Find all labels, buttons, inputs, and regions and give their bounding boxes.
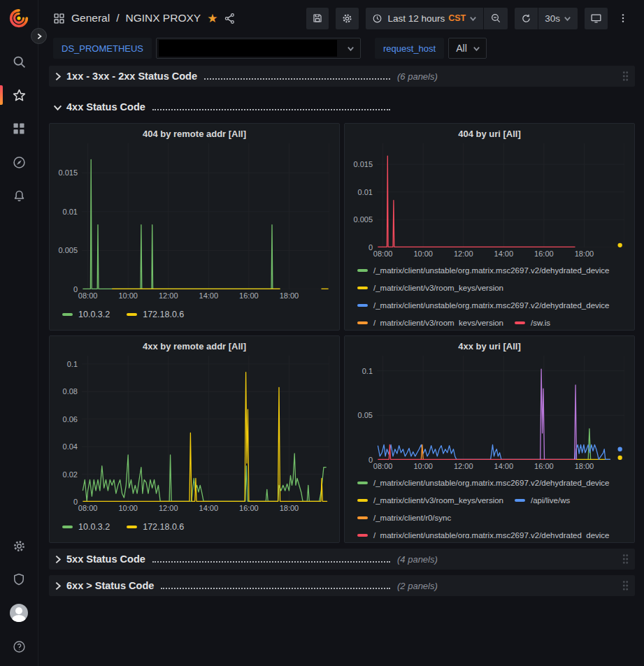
legend-item[interactable]: /sw.js [515, 314, 550, 326]
series-line[interactable] [378, 156, 575, 247]
row-panel-count: (4 panels) [397, 554, 438, 565]
legend-item[interactable]: 172.18.0.6 [127, 522, 184, 532]
x-axis-labels: 08:0010:0012:0014:0016:0018:00 [82, 502, 329, 516]
request-host-variable-select[interactable]: All [448, 38, 487, 59]
help-icon[interactable] [0, 630, 38, 663]
chevron-down-icon [564, 15, 571, 22]
user-avatar[interactable] [0, 596, 38, 630]
panel-legend: 10.0.3.2172.18.0.6 [62, 303, 331, 326]
panel: 4xx by remote addr [All]00.020.040.060.0… [49, 335, 340, 543]
x-tick-label: 16:00 [235, 291, 263, 300]
chevron-right-icon [53, 581, 62, 591]
legend-series-name: 172.18.0.6 [143, 310, 184, 319]
legend-item[interactable]: /_matrix/client/v3/room_keys/version [357, 491, 503, 509]
breadcrumb-folder[interactable]: General [71, 12, 110, 24]
row-dotted-leader [161, 588, 390, 589]
time-range-label: Last 12 hours [387, 13, 445, 24]
legend-item[interactable]: /api/live/ws [515, 491, 570, 509]
series-line[interactable] [83, 454, 326, 501]
refresh-button[interactable] [515, 8, 538, 29]
favorite-star-icon[interactable]: ★ [207, 13, 217, 24]
y-axis-labels: 00.0050.010.015 [350, 143, 377, 247]
search-icon[interactable] [0, 45, 38, 78]
explore-compass-icon[interactable] [0, 145, 38, 179]
series-line[interactable] [588, 428, 590, 459]
legend-item[interactable]: /_matrix/client/r0/sync [357, 509, 451, 526]
panel-legend: 10.0.3.2172.18.0.6 [62, 516, 331, 538]
dashboard-settings-button[interactable] [336, 8, 359, 29]
panels-grid: 404 by remote addr [All]00.0050.010.0150… [49, 123, 635, 543]
legend-series-name: 10.0.3.2 [78, 310, 110, 319]
series-point-dot[interactable] [617, 447, 622, 451]
zoom-out-button[interactable] [484, 8, 508, 29]
x-tick-label: 12:00 [450, 462, 478, 470]
x-tick-label: 14:00 [194, 504, 222, 512]
apps-grid-icon [53, 13, 65, 24]
legend-item[interactable]: /_matrix/client/unstable/org.matrix.msc2… [357, 526, 610, 538]
legend-series-swatch [515, 321, 525, 324]
x-tick-label: 12:00 [155, 291, 183, 300]
legend-item[interactable]: 172.18.0.6 [127, 310, 184, 319]
time-range-picker[interactable]: Last 12 hours CST [366, 8, 483, 29]
x-tick-label: 10:00 [409, 462, 437, 470]
series-line[interactable] [575, 385, 577, 459]
breadcrumb-divider: / [116, 12, 119, 24]
chart-svg [377, 356, 624, 460]
row-header-6xx[interactable]: 6xx > Status Code (2 panels) [49, 575, 635, 596]
row-drag-handle[interactable] [622, 553, 629, 565]
save-dashboard-button[interactable] [306, 8, 329, 29]
panel-title[interactable]: 4xx by remote addr [All] [55, 339, 334, 356]
x-tick-label: 18:00 [570, 249, 598, 258]
datasource-variable-label: DS_PROMETHEUS [53, 38, 152, 59]
y-axis-labels: 00.020.040.060.080.1 [55, 356, 82, 502]
y-tick-label: 0.015 [353, 160, 373, 168]
panel-title[interactable]: 404 by uri [All] [350, 126, 629, 143]
legend-series-swatch [127, 313, 137, 316]
legend-series-name: /_matrix/client/unstable/org.matrix.msc2… [373, 479, 610, 487]
legend-series-swatch [357, 534, 368, 537]
x-tick-label: 10:00 [114, 504, 142, 512]
row-panel-count: (6 panels) [397, 71, 438, 82]
row-title: 4xx Status Code [66, 101, 145, 113]
share-icon[interactable] [224, 13, 236, 24]
starred-dashboards-icon[interactable] [0, 78, 38, 112]
row-header-1xx-3xx-2xx[interactable]: 1xx - 3xx - 2xx Status Code (6 panels) [49, 66, 635, 87]
row-drag-handle[interactable] [622, 580, 629, 591]
chevron-right-icon [53, 555, 62, 564]
row-panel-count: (2 panels) [397, 581, 438, 591]
legend-item[interactable]: /_matrix/client/unstable/org.matrix.msc2… [357, 296, 610, 314]
legend-item[interactable]: 10.0.3.2 [62, 310, 110, 319]
server-admin-shield-icon[interactable] [0, 563, 38, 596]
row-title: 5xx Status Code [66, 553, 145, 565]
panel-title[interactable]: 404 by remote addr [All] [55, 126, 334, 143]
timezone-label: CST [448, 13, 466, 23]
legend-series-name: /_matrix/client/unstable/org.matrix.msc2… [373, 301, 610, 310]
breadcrumb-dashboard-title[interactable]: NGINX PROXY [125, 12, 201, 24]
configuration-gear-icon[interactable] [0, 529, 38, 563]
panel: 404 by uri [All]00.0050.010.01508:0010:0… [344, 123, 635, 331]
legend-series-name: /_matrix/client/v3/room_keys/version [373, 319, 503, 326]
legend-series-name: 172.18.0.6 [143, 522, 184, 532]
panel-title[interactable]: 4xx by uri [All] [350, 339, 629, 356]
legend-series-name: 10.0.3.2 [78, 522, 110, 532]
row-header-4xx[interactable]: 4xx Status Code [49, 96, 635, 117]
datasource-variable-select[interactable] [156, 38, 361, 59]
legend-item[interactable]: /_matrix/client/v3/room_keys/version [357, 314, 503, 326]
y-tick-label: 0.01 [358, 188, 373, 196]
legend-item[interactable]: 10.0.3.2 [62, 522, 110, 532]
panel-legend: /_matrix/client/unstable/org.matrix.msc2… [357, 261, 626, 326]
dashboards-icon[interactable] [0, 112, 38, 145]
refresh-interval-picker[interactable]: 30s [538, 8, 578, 29]
legend-series-swatch [127, 526, 137, 528]
row-drag-handle[interactable] [622, 71, 629, 82]
legend-item[interactable]: /_matrix/client/unstable/org.matrix.msc2… [357, 261, 610, 279]
row-header-5xx[interactable]: 5xx Status Code (4 panels) [49, 549, 635, 570]
kebab-menu-button[interactable] [615, 8, 631, 29]
alerting-bell-icon[interactable] [0, 179, 38, 212]
series-line[interactable] [378, 444, 610, 459]
series-line[interactable] [83, 159, 280, 289]
legend-item[interactable]: /_matrix/client/v3/room_keys/version [357, 279, 503, 296]
tv-mode-button[interactable] [585, 8, 608, 29]
legend-item[interactable]: /_matrix/client/unstable/org.matrix.msc2… [357, 474, 610, 491]
sidebar-expand-button[interactable] [31, 28, 47, 44]
